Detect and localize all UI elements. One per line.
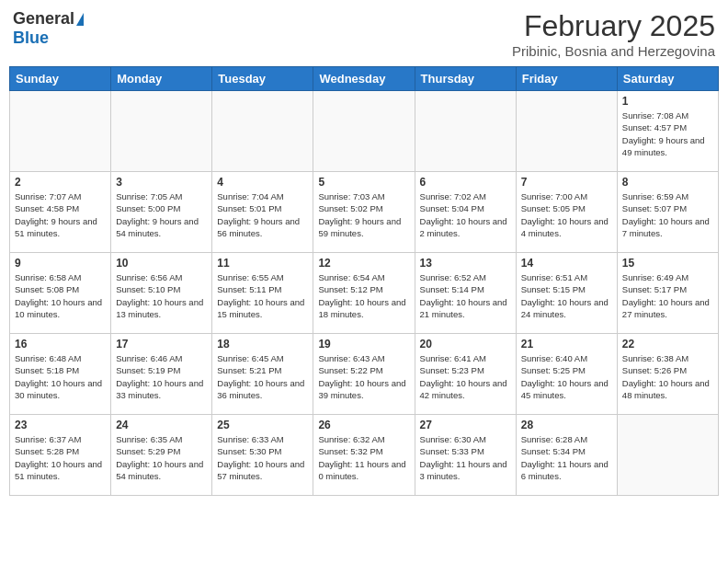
- calendar-cell: 8Sunrise: 6:59 AM Sunset: 5:07 PM Daylig…: [617, 172, 718, 253]
- day-info: Sunrise: 6:59 AM Sunset: 5:07 PM Dayligh…: [622, 190, 713, 239]
- day-header-wednesday: Wednesday: [313, 67, 415, 91]
- location-subtitle: Pribinic, Bosnia and Herzegovina: [512, 43, 715, 59]
- day-info: Sunrise: 6:35 AM Sunset: 5:29 PM Dayligh…: [116, 433, 207, 482]
- calendar-cell: [212, 91, 313, 172]
- calendar-cell: 6Sunrise: 7:02 AM Sunset: 5:04 PM Daylig…: [415, 172, 516, 253]
- day-number: 5: [318, 176, 409, 189]
- day-info: Sunrise: 6:51 AM Sunset: 5:15 PM Dayligh…: [521, 271, 612, 320]
- calendar-cell: 5Sunrise: 7:03 AM Sunset: 5:02 PM Daylig…: [313, 172, 415, 253]
- day-number: 25: [217, 419, 308, 431]
- calendar-cell: [313, 91, 415, 172]
- day-number: 4: [217, 176, 308, 189]
- day-number: 13: [420, 257, 511, 270]
- calendar-cell: 24Sunrise: 6:35 AM Sunset: 5:29 PM Dayli…: [111, 415, 212, 496]
- calendar-cell: 23Sunrise: 6:37 AM Sunset: 5:28 PM Dayli…: [10, 415, 111, 496]
- calendar-cell: 1Sunrise: 7:08 AM Sunset: 4:57 PM Daylig…: [617, 91, 718, 172]
- week-row-1: 1Sunrise: 7:08 AM Sunset: 4:57 PM Daylig…: [10, 91, 719, 172]
- day-number: 14: [521, 257, 612, 270]
- calendar-cell: 19Sunrise: 6:43 AM Sunset: 5:22 PM Dayli…: [313, 334, 415, 415]
- day-number: 26: [318, 419, 409, 431]
- calendar-cell: [10, 91, 111, 172]
- calendar-cell: 26Sunrise: 6:32 AM Sunset: 5:32 PM Dayli…: [313, 415, 415, 496]
- day-number: 16: [15, 338, 106, 350]
- week-row-2: 2Sunrise: 7:07 AM Sunset: 4:58 PM Daylig…: [10, 172, 719, 253]
- day-number: 10: [116, 257, 207, 270]
- day-number: 8: [622, 176, 713, 189]
- day-info: Sunrise: 6:33 AM Sunset: 5:30 PM Dayligh…: [217, 433, 308, 482]
- day-number: 6: [420, 176, 511, 189]
- calendar-cell: 16Sunrise: 6:48 AM Sunset: 5:18 PM Dayli…: [10, 334, 111, 415]
- day-header-thursday: Thursday: [415, 67, 516, 91]
- calendar-cell: 11Sunrise: 6:55 AM Sunset: 5:11 PM Dayli…: [212, 253, 313, 334]
- day-number: 21: [521, 338, 612, 350]
- day-number: 22: [622, 338, 713, 350]
- calendar-cell: 15Sunrise: 6:49 AM Sunset: 5:17 PM Dayli…: [617, 253, 718, 334]
- week-row-4: 16Sunrise: 6:48 AM Sunset: 5:18 PM Dayli…: [10, 334, 719, 415]
- calendar-cell: 20Sunrise: 6:41 AM Sunset: 5:23 PM Dayli…: [415, 334, 516, 415]
- day-number: 12: [318, 257, 409, 270]
- day-info: Sunrise: 6:40 AM Sunset: 5:25 PM Dayligh…: [521, 352, 612, 401]
- day-info: Sunrise: 6:37 AM Sunset: 5:28 PM Dayligh…: [15, 433, 106, 482]
- logo-blue-text: Blue: [13, 29, 49, 48]
- calendar-cell: 14Sunrise: 6:51 AM Sunset: 5:15 PM Dayli…: [516, 253, 617, 334]
- day-number: 15: [622, 257, 713, 270]
- calendar-cell: [516, 91, 617, 172]
- day-info: Sunrise: 6:54 AM Sunset: 5:12 PM Dayligh…: [318, 271, 409, 320]
- calendar-cell: [415, 91, 516, 172]
- calendar-cell: 25Sunrise: 6:33 AM Sunset: 5:30 PM Dayli…: [212, 415, 313, 496]
- day-info: Sunrise: 6:48 AM Sunset: 5:18 PM Dayligh…: [15, 352, 106, 401]
- day-info: Sunrise: 6:55 AM Sunset: 5:11 PM Dayligh…: [217, 271, 308, 320]
- day-number: 24: [116, 419, 207, 431]
- day-number: 7: [521, 176, 612, 189]
- day-info: Sunrise: 6:49 AM Sunset: 5:17 PM Dayligh…: [622, 271, 713, 320]
- calendar-cell: 27Sunrise: 6:30 AM Sunset: 5:33 PM Dayli…: [415, 415, 516, 496]
- calendar-cell: 17Sunrise: 6:46 AM Sunset: 5:19 PM Dayli…: [111, 334, 212, 415]
- calendar-cell: 7Sunrise: 7:00 AM Sunset: 5:05 PM Daylig…: [516, 172, 617, 253]
- day-number: 2: [15, 176, 106, 189]
- day-info: Sunrise: 7:03 AM Sunset: 5:02 PM Dayligh…: [318, 190, 409, 239]
- day-info: Sunrise: 7:07 AM Sunset: 4:58 PM Dayligh…: [15, 190, 106, 239]
- calendar-cell: 2Sunrise: 7:07 AM Sunset: 4:58 PM Daylig…: [10, 172, 111, 253]
- day-info: Sunrise: 7:04 AM Sunset: 5:01 PM Dayligh…: [217, 190, 308, 239]
- calendar-cell: 28Sunrise: 6:28 AM Sunset: 5:34 PM Dayli…: [516, 415, 617, 496]
- day-header-sunday: Sunday: [10, 67, 111, 91]
- day-info: Sunrise: 7:02 AM Sunset: 5:04 PM Dayligh…: [420, 190, 511, 239]
- day-number: 28: [521, 419, 612, 431]
- day-number: 20: [420, 338, 511, 350]
- day-info: Sunrise: 6:45 AM Sunset: 5:21 PM Dayligh…: [217, 352, 308, 401]
- day-info: Sunrise: 6:43 AM Sunset: 5:22 PM Dayligh…: [318, 352, 409, 401]
- day-number: 1: [622, 95, 713, 108]
- day-header-tuesday: Tuesday: [212, 67, 313, 91]
- calendar-cell: 4Sunrise: 7:04 AM Sunset: 5:01 PM Daylig…: [212, 172, 313, 253]
- logo: General Blue: [13, 9, 84, 48]
- day-info: Sunrise: 6:30 AM Sunset: 5:33 PM Dayligh…: [420, 433, 511, 482]
- day-number: 27: [420, 419, 511, 431]
- calendar-cell: [617, 415, 718, 496]
- calendar-cell: 10Sunrise: 6:56 AM Sunset: 5:10 PM Dayli…: [111, 253, 212, 334]
- logo-triangle-icon: [76, 13, 84, 26]
- day-info: Sunrise: 6:38 AM Sunset: 5:26 PM Dayligh…: [622, 352, 713, 401]
- day-number: 3: [116, 176, 207, 189]
- calendar-cell: 22Sunrise: 6:38 AM Sunset: 5:26 PM Dayli…: [617, 334, 718, 415]
- calendar-header-row: SundayMondayTuesdayWednesdayThursdayFrid…: [10, 67, 719, 91]
- calendar-cell: 12Sunrise: 6:54 AM Sunset: 5:12 PM Dayli…: [313, 253, 415, 334]
- day-number: 18: [217, 338, 308, 350]
- day-info: Sunrise: 6:41 AM Sunset: 5:23 PM Dayligh…: [420, 352, 511, 401]
- day-info: Sunrise: 6:56 AM Sunset: 5:10 PM Dayligh…: [116, 271, 207, 320]
- day-info: Sunrise: 6:46 AM Sunset: 5:19 PM Dayligh…: [116, 352, 207, 401]
- calendar-cell: 9Sunrise: 6:58 AM Sunset: 5:08 PM Daylig…: [10, 253, 111, 334]
- day-number: 9: [15, 257, 106, 270]
- title-block: February 2025 Pribinic, Bosnia and Herze…: [512, 9, 715, 59]
- day-info: Sunrise: 7:08 AM Sunset: 4:57 PM Dayligh…: [622, 109, 713, 158]
- calendar-cell: 21Sunrise: 6:40 AM Sunset: 5:25 PM Dayli…: [516, 334, 617, 415]
- calendar-cell: 13Sunrise: 6:52 AM Sunset: 5:14 PM Dayli…: [415, 253, 516, 334]
- week-row-5: 23Sunrise: 6:37 AM Sunset: 5:28 PM Dayli…: [10, 415, 719, 496]
- day-info: Sunrise: 6:58 AM Sunset: 5:08 PM Dayligh…: [15, 271, 106, 320]
- calendar-cell: 18Sunrise: 6:45 AM Sunset: 5:21 PM Dayli…: [212, 334, 313, 415]
- day-info: Sunrise: 6:28 AM Sunset: 5:34 PM Dayligh…: [521, 433, 612, 482]
- day-info: Sunrise: 7:00 AM Sunset: 5:05 PM Dayligh…: [521, 190, 612, 239]
- day-number: 17: [116, 338, 207, 350]
- day-header-saturday: Saturday: [617, 67, 718, 91]
- week-row-3: 9Sunrise: 6:58 AM Sunset: 5:08 PM Daylig…: [10, 253, 719, 334]
- calendar-cell: 3Sunrise: 7:05 AM Sunset: 5:00 PM Daylig…: [111, 172, 212, 253]
